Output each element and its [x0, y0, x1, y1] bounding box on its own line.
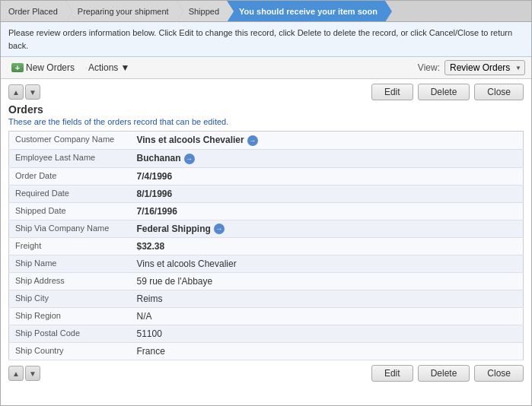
arrow-up-button[interactable]: ▲ — [8, 84, 24, 100]
table-row: Ship Postal Code51100 — [9, 325, 524, 343]
table-row: Shipped Date7/16/1996 — [9, 202, 524, 220]
field-label: Ship Address — [9, 273, 131, 290]
new-orders-button[interactable]: New Orders — [7, 61, 79, 75]
top-edit-button[interactable]: Edit — [371, 84, 413, 100]
bottom-close-button[interactable]: Close — [474, 365, 524, 382]
toolbar: New Orders Actions ▼ View: Review Orders — [1, 57, 531, 79]
link-icon[interactable]: → — [247, 135, 258, 146]
field-value: Reims — [131, 290, 524, 308]
section-heading: Orders — [8, 103, 524, 116]
field-label: Ship Postal Code — [9, 325, 131, 343]
top-close-button[interactable]: Close — [474, 84, 524, 100]
field-value: Vins et alcools Chevalier→ — [131, 132, 524, 150]
field-value: 51100 — [131, 325, 524, 343]
breadcrumb-order-placed[interactable]: Order Placed — [1, 1, 65, 21]
field-label: Ship Region — [9, 308, 131, 325]
bottom-arrow-up-button[interactable]: ▲ — [8, 366, 24, 381]
field-label: Employee Last Name — [9, 149, 131, 167]
bottom-edit-button[interactable]: Edit — [371, 365, 413, 382]
link-icon[interactable]: → — [214, 224, 225, 234]
table-row: Ship NameVins et alcools Chevalier — [9, 255, 524, 273]
field-value: 7/4/1996 — [131, 167, 524, 185]
table-row: Ship CityReims — [9, 290, 524, 308]
field-label: Customer Company Name — [9, 132, 131, 150]
nav-arrows: ▲ ▼ — [8, 84, 371, 100]
field-label: Ship Name — [9, 255, 131, 273]
section-subheading: These are the fields of the orders recor… — [8, 117, 524, 126]
field-label: Freight — [9, 238, 131, 255]
table-row: Employee Last NameBuchanan→ — [9, 149, 524, 167]
new-orders-icon — [11, 63, 24, 72]
orders-table: Customer Company NameVins et alcools Che… — [8, 131, 524, 360]
bottom-action-buttons: Edit Delete Close — [371, 365, 524, 382]
table-row: Ship RegionN/A — [9, 308, 524, 325]
info-bar: Please review orders information below. … — [1, 22, 531, 57]
bottom-action-row: ▲ ▼ Edit Delete Close — [8, 365, 524, 382]
field-value: Buchanan→ — [131, 149, 524, 167]
field-value: Federal Shipping→ — [131, 220, 524, 238]
field-value: Vins et alcools Chevalier — [131, 255, 524, 273]
field-value: $32.38 — [131, 238, 524, 255]
view-select[interactable]: Review Orders — [444, 60, 525, 75]
table-row: Customer Company NameVins et alcools Che… — [9, 132, 524, 150]
arrow-down-button[interactable]: ▼ — [25, 84, 40, 100]
link-icon[interactable]: → — [184, 154, 195, 164]
breadcrumb-shipped[interactable]: Shipped — [177, 1, 227, 21]
field-value: France — [131, 343, 524, 360]
top-action-row: ▲ ▼ Edit Delete Close — [8, 84, 524, 100]
actions-chevron-icon: ▼ — [120, 62, 129, 73]
actions-menu-button[interactable]: Actions ▼ — [84, 61, 134, 75]
field-label: Ship Country — [9, 343, 131, 360]
field-value: 59 rue de l'Abbaye — [131, 273, 524, 290]
bottom-arrow-down-button[interactable]: ▼ — [25, 366, 40, 381]
toolbar-left: New Orders Actions ▼ — [7, 61, 413, 75]
table-row: Ship Via Company NameFederal Shipping→ — [9, 220, 524, 238]
field-label: Ship Via Company Name — [9, 220, 131, 238]
field-label: Order Date — [9, 167, 131, 185]
main-content: ▲ ▼ Edit Delete Close Orders These are t… — [1, 79, 531, 386]
field-value: 8/1/1996 — [131, 185, 524, 202]
field-value: N/A — [131, 308, 524, 325]
breadcrumb: Order Placed Preparing your shipment Shi… — [1, 1, 531, 22]
table-row: Freight$32.38 — [9, 238, 524, 255]
view-select-wrapper: Review Orders — [444, 60, 525, 75]
bottom-delete-button[interactable]: Delete — [418, 365, 470, 382]
bottom-nav-arrows: ▲ ▼ — [8, 366, 371, 381]
table-row: Ship CountryFrance — [9, 343, 524, 360]
table-row: Required Date8/1/1996 — [9, 185, 524, 202]
field-label: Required Date — [9, 185, 131, 202]
top-action-buttons: Edit Delete Close — [371, 84, 524, 100]
top-delete-button[interactable]: Delete — [418, 84, 470, 100]
field-label: Shipped Date — [9, 202, 131, 220]
table-row: Order Date7/4/1996 — [9, 167, 524, 185]
breadcrumb-receive[interactable]: You should receive your item soon — [227, 1, 385, 21]
field-value: 7/16/1996 — [131, 202, 524, 220]
breadcrumb-preparing[interactable]: Preparing your shipment — [65, 1, 177, 21]
view-label: View: — [418, 62, 440, 73]
table-row: Ship Address59 rue de l'Abbaye — [9, 273, 524, 290]
field-label: Ship City — [9, 290, 131, 308]
